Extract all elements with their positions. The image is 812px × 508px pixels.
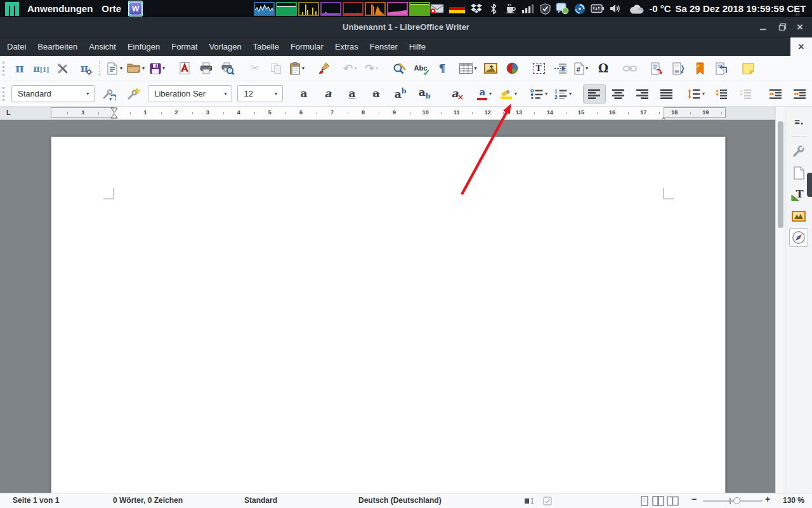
insert-table-button[interactable]: ▾ [459, 59, 479, 78]
swap-graph[interactable] [409, 2, 430, 16]
app-swirl-icon[interactable] [573, 2, 586, 16]
paste-button[interactable]: ▾ [287, 59, 308, 78]
undo-button[interactable]: ↶▾ [341, 59, 361, 78]
decrease-indent-button[interactable] [789, 84, 811, 104]
dropdown-caret-icon[interactable]: ▾ [487, 91, 493, 97]
keyboard-flag-icon[interactable] [449, 2, 466, 16]
menu-format[interactable]: Format [166, 37, 203, 57]
temperature-label[interactable]: -0 °C [649, 3, 671, 14]
insert-mode-icon[interactable] [524, 497, 534, 507]
right-indent-marker[interactable] [660, 114, 667, 120]
insert-textbox-button[interactable]: T [528, 59, 549, 78]
toolbar-grip[interactable] [3, 87, 6, 101]
bluetooth-icon[interactable] [487, 2, 500, 16]
underline-button[interactable]: a [341, 84, 363, 104]
indent-markers[interactable] [110, 107, 118, 120]
clear-formatting-button[interactable]: a× [443, 84, 466, 104]
superscript-button[interactable]: ab [389, 84, 412, 104]
save-button[interactable]: ▾ [148, 59, 168, 78]
page-tab[interactable] [789, 163, 808, 182]
io-graph[interactable] [365, 2, 386, 16]
volume-icon[interactable] [609, 2, 622, 16]
texmaths-settings-button[interactable]: π [74, 59, 95, 78]
copy-button[interactable] [266, 59, 286, 78]
menu-bearbeiten[interactable]: Bearbeiten [32, 37, 83, 57]
dropdown-caret-icon[interactable]: ▾ [141, 65, 147, 71]
subscript-button[interactable]: ab [413, 84, 436, 104]
insert-page-break-button[interactable] [550, 59, 570, 78]
network-tx-graph[interactable] [343, 2, 363, 16]
applications-menu[interactable]: Anwendungen [23, 0, 97, 17]
places-menu[interactable]: Orte [97, 0, 126, 17]
font-size-combo[interactable]: 12▾ [237, 85, 283, 102]
dropdown-caret-icon[interactable]: ▾ [543, 91, 549, 97]
language-status[interactable]: Deutsch (Deutschland) [358, 496, 442, 505]
dropdown-caret-icon[interactable]: ▾ [513, 91, 518, 97]
dropdown-caret-icon[interactable]: ▾ [473, 65, 478, 71]
dropdown-caret-icon[interactable]: ▾ [161, 65, 167, 71]
insert-comment-button[interactable] [738, 59, 758, 78]
insert-image-button[interactable] [480, 59, 501, 78]
align-right-button[interactable] [631, 84, 654, 104]
memory-graph[interactable] [276, 2, 297, 16]
cut-button[interactable]: ✂ [244, 59, 265, 78]
gpu-graph[interactable] [387, 2, 408, 16]
caffeine-icon[interactable] [504, 2, 517, 16]
zoom-in-button[interactable]: + [765, 495, 770, 504]
menu-fenster[interactable]: Fenster [364, 37, 403, 57]
bold-button[interactable]: a [292, 84, 315, 104]
new-style-button[interactable]: ★ [122, 84, 145, 104]
dropdown-caret-icon[interactable]: ▾ [374, 65, 380, 71]
font-name-combo[interactable]: Liberation Ser▾ [148, 85, 232, 102]
open-button[interactable]: ▾ [126, 59, 147, 78]
navigator-tab[interactable] [789, 228, 808, 247]
insert-field-button[interactable]: #▾ [572, 59, 592, 78]
insert-bookmark-button[interactable]: ★ [690, 59, 710, 78]
sidebar-settings-button[interactable]: ≡▾ [789, 112, 808, 131]
clone-formatting-button[interactable] [314, 59, 334, 78]
dropdown-caret-icon[interactable]: ▾ [353, 65, 358, 71]
export-pdf-button[interactable] [174, 59, 195, 78]
vertical-scrollbar[interactable] [775, 107, 785, 493]
signal-strength-icon[interactable] [521, 2, 534, 16]
minimize-button[interactable] [755, 17, 771, 37]
toolbar-overflow-button[interactable]: » [787, 3, 808, 22]
texmaths-equation-button[interactable]: π [10, 59, 30, 78]
line-spacing-button[interactable]: ▾ [686, 84, 709, 104]
menu-vorlagen[interactable]: Vorlagen [203, 37, 247, 57]
weather-icon[interactable] [628, 2, 645, 16]
dropdown-caret-icon[interactable]: ▾ [584, 65, 590, 71]
dropdown-caret-icon[interactable]: ▾ [567, 91, 573, 97]
redo-button[interactable]: ↷▾ [362, 59, 383, 78]
justify-button[interactable] [655, 84, 678, 104]
insert-endnote-button[interactable] [668, 59, 688, 78]
network-rx-graph[interactable] [320, 2, 341, 16]
update-style-button[interactable] [98, 84, 121, 104]
font-color-button[interactable]: a▾ [474, 84, 497, 104]
signature-status-icon[interactable] [543, 497, 552, 507]
security-shield-icon[interactable] [539, 2, 551, 16]
italic-button[interactable]: a [317, 84, 339, 104]
dropdown-caret-icon[interactable]: ▾ [219, 86, 232, 102]
zoom-level-label[interactable]: 130 % [783, 496, 804, 505]
dropdown-caret-icon[interactable]: ▾ [270, 86, 282, 102]
menu-datei[interactable]: Datei [1, 37, 32, 57]
menu-einfgen[interactable]: Einfügen [122, 37, 166, 57]
disk-graph[interactable] [298, 2, 319, 16]
dropdown-caret-icon[interactable]: ▾ [119, 65, 124, 71]
dropbox-icon[interactable] [470, 2, 483, 16]
gallery-tab[interactable] [789, 206, 808, 225]
insert-footnote-button[interactable] [646, 59, 667, 78]
menu-hilfe[interactable]: Hilfe [403, 37, 431, 57]
special-character-button[interactable]: Ω [593, 59, 613, 78]
decrease-paragraph-spacing-button[interactable] [734, 84, 757, 104]
styles-tab[interactable]: T [789, 185, 808, 204]
find-replace-button[interactable] [389, 59, 409, 78]
document-page[interactable] [51, 137, 726, 493]
highlight-color-button[interactable]: ▾ [498, 84, 521, 104]
align-center-button[interactable] [607, 84, 630, 104]
increase-indent-button[interactable] [764, 84, 787, 104]
messenger-icon[interactable] [556, 2, 569, 16]
close-document-button[interactable]: × [790, 37, 812, 57]
ordered-list-button[interactable]: 12▾ [553, 84, 575, 104]
